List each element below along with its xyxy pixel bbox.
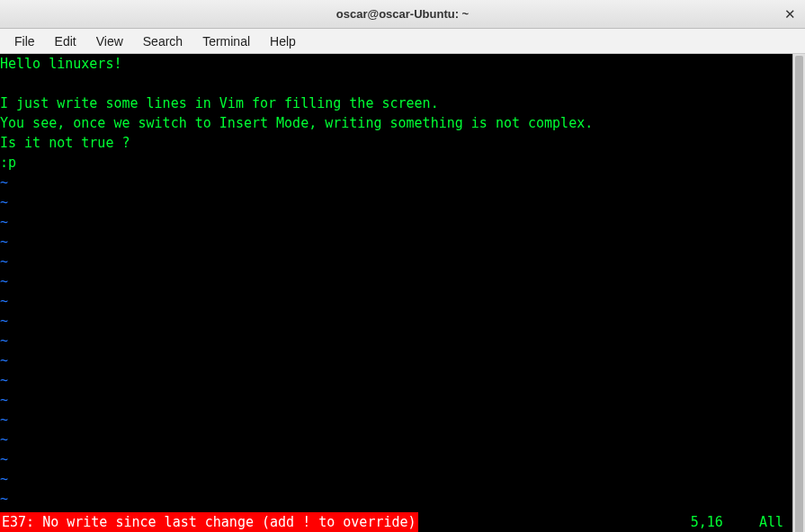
vim-empty-line-tilde: ~ bbox=[0, 390, 792, 410]
status-gap bbox=[418, 512, 691, 532]
menu-view[interactable]: View bbox=[87, 31, 132, 51]
menu-file[interactable]: File bbox=[5, 31, 44, 51]
vim-empty-line-tilde: ~ bbox=[0, 271, 792, 291]
scrollbar[interactable] bbox=[792, 54, 805, 532]
menubar: File Edit View Search Terminal Help bbox=[0, 29, 805, 54]
window-titlebar: oscar@oscar-Ubuntu: ~ ✕ bbox=[0, 0, 805, 29]
close-icon[interactable]: ✕ bbox=[782, 6, 798, 22]
vim-empty-line-tilde: ~ bbox=[0, 370, 792, 390]
vim-empty-line-tilde: ~ bbox=[0, 331, 792, 350]
terminal-line: I just write some lines in Vim for filli… bbox=[0, 93, 792, 113]
vim-cursor-position: 5,16 bbox=[691, 512, 759, 532]
terminal-line bbox=[0, 74, 792, 93]
menu-edit[interactable]: Edit bbox=[46, 31, 85, 51]
terminal-line: :p bbox=[0, 153, 792, 173]
vim-empty-line-tilde: ~ bbox=[0, 311, 792, 331]
terminal-line: Is it not true ? bbox=[0, 133, 792, 153]
vim-empty-line-tilde: ~ bbox=[0, 410, 792, 430]
vim-error-message: E37: No write since last change (add ! t… bbox=[0, 512, 418, 532]
terminal-line: Hello linuxers! bbox=[0, 54, 792, 74]
terminal-line: You see, once we switch to Insert Mode, … bbox=[0, 113, 792, 133]
terminal[interactable]: Hello linuxers! I just write some lines … bbox=[0, 54, 792, 532]
scrollbar-thumb[interactable] bbox=[795, 56, 803, 532]
window-title: oscar@oscar-Ubuntu: ~ bbox=[336, 7, 469, 21]
menu-help[interactable]: Help bbox=[261, 31, 305, 51]
vim-empty-line-tilde: ~ bbox=[0, 489, 792, 509]
vim-status-line: E37: No write since last change (add ! t… bbox=[0, 512, 792, 532]
vim-empty-line-tilde: ~ bbox=[0, 173, 792, 192]
vim-empty-line-tilde: ~ bbox=[0, 291, 792, 311]
vim-empty-line-tilde: ~ bbox=[0, 232, 792, 252]
vim-empty-line-tilde: ~ bbox=[0, 449, 792, 469]
vim-empty-line-tilde: ~ bbox=[0, 252, 792, 271]
vim-empty-line-tilde: ~ bbox=[0, 350, 792, 370]
vim-scroll-indicator: All bbox=[759, 512, 792, 532]
terminal-container: Hello linuxers! I just write some lines … bbox=[0, 54, 805, 532]
vim-empty-line-tilde: ~ bbox=[0, 192, 792, 212]
menu-terminal[interactable]: Terminal bbox=[193, 31, 259, 51]
vim-empty-line-tilde: ~ bbox=[0, 212, 792, 232]
vim-empty-line-tilde: ~ bbox=[0, 430, 792, 449]
menu-search[interactable]: Search bbox=[134, 31, 192, 51]
vim-empty-line-tilde: ~ bbox=[0, 469, 792, 489]
